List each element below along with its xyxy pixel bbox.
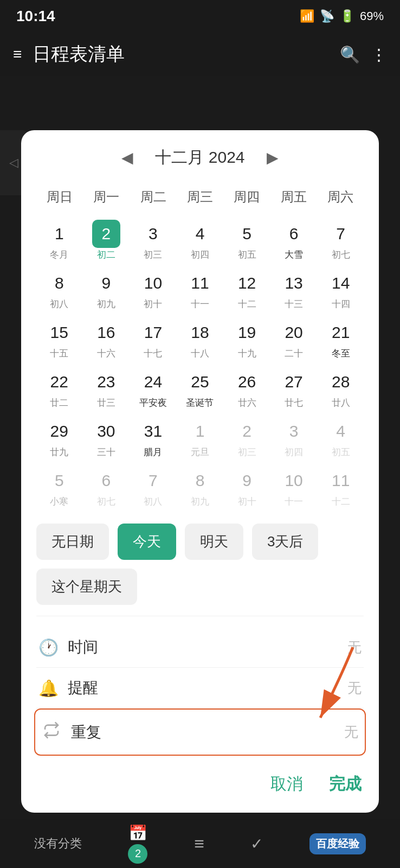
calendar-day-36[interactable]: 6初七 xyxy=(83,462,130,510)
calendar-day-0[interactable]: 1冬月 xyxy=(36,215,82,264)
calendar-nav-icon: 📅 xyxy=(128,824,147,842)
calendar-day-12[interactable]: 13十三 xyxy=(271,265,317,313)
month-nav: ◀ 十二月 2024 ▶ xyxy=(36,146,364,169)
calendar-day-28[interactable]: 29廿九 xyxy=(36,413,82,461)
calendar-day-17[interactable]: 18十八 xyxy=(177,314,223,362)
header-left: ≡ 日程表清单 xyxy=(13,42,125,67)
status-time: 10:14 xyxy=(16,8,55,25)
repeat-icon xyxy=(42,722,61,743)
no-date-button[interactable]: 无日期 xyxy=(36,524,109,560)
nav-list[interactable]: ≡ xyxy=(194,834,204,854)
action-buttons: 取消 完成 xyxy=(36,764,364,800)
modal-overlay: ◀ 十二月 2024 ▶ 周日 周一 周二 周三 周四 周五 周六 xyxy=(0,76,400,868)
calendar-day-22[interactable]: 23廿三 xyxy=(83,363,130,412)
calendar-day-9[interactable]: 10初十 xyxy=(130,265,176,313)
weekday-fri: 周五 xyxy=(270,184,317,210)
calendar-day-3[interactable]: 4初四 xyxy=(177,215,223,264)
calendar-day-20[interactable]: 21冬至 xyxy=(318,314,364,362)
calendar-day-19[interactable]: 20二十 xyxy=(271,314,317,362)
time-value: 无 xyxy=(347,638,362,657)
hamburger-icon[interactable]: ≡ xyxy=(13,46,22,63)
weekday-thu: 周四 xyxy=(223,184,270,210)
reminder-value: 无 xyxy=(347,679,362,698)
repeat-value: 无 xyxy=(344,723,358,742)
cancel-button[interactable]: 取消 xyxy=(268,769,305,800)
more-icon[interactable]: ⋮ xyxy=(371,45,387,64)
calendar-day-35[interactable]: 5小寒 xyxy=(36,462,82,510)
calendar-day-13[interactable]: 14十四 xyxy=(318,265,364,313)
calendar-day-16[interactable]: 17十七 xyxy=(130,314,176,362)
nav-check[interactable]: ✓ xyxy=(250,835,263,853)
calendar-day-10[interactable]: 11十一 xyxy=(177,265,223,313)
section-divider xyxy=(36,616,364,616)
calendar-day-25[interactable]: 26廿六 xyxy=(224,363,270,412)
bottom-nav: 没有分类 📅 2 ≡ ✓ 百度经验 xyxy=(0,819,400,868)
calendar-day-33[interactable]: 3初四 xyxy=(271,413,317,461)
calendar-day-14[interactable]: 15十五 xyxy=(36,314,82,362)
calendar-day-34[interactable]: 4初五 xyxy=(318,413,364,461)
calendar-day-18[interactable]: 19十九 xyxy=(224,314,270,362)
weekday-sat: 周六 xyxy=(317,184,364,210)
repeat-row[interactable]: 重复 无 xyxy=(40,712,360,752)
calendar-day-5[interactable]: 6大雪 xyxy=(271,215,317,264)
calendar-badge: 2 xyxy=(128,844,147,864)
check-nav-icon: ✓ xyxy=(250,835,263,853)
calendar-day-24[interactable]: 25圣诞节 xyxy=(177,363,223,412)
baidu-logo: 百度经验 xyxy=(309,833,366,854)
calendar-day-30[interactable]: 31腊月 xyxy=(130,413,176,461)
calendar-day-11[interactable]: 12十二 xyxy=(224,265,270,313)
repeat-label: 重复 xyxy=(71,722,344,743)
nav-baidu[interactable]: 百度经验 xyxy=(309,833,366,854)
calendar-day-40[interactable]: 10十一 xyxy=(271,462,317,510)
calendar-day-15[interactable]: 16十六 xyxy=(83,314,130,362)
calendar-day-27[interactable]: 28廿八 xyxy=(318,363,364,412)
tomorrow-button[interactable]: 明天 xyxy=(185,524,243,560)
three-days-button[interactable]: 3天后 xyxy=(252,524,318,560)
prev-month-button[interactable]: ◀ xyxy=(116,146,139,169)
reminder-label: 提醒 xyxy=(68,678,347,698)
confirm-button[interactable]: 完成 xyxy=(327,769,364,800)
calendar-day-31[interactable]: 1元旦 xyxy=(177,413,223,461)
calendar-day-2[interactable]: 3初三 xyxy=(130,215,176,264)
clock-icon: 🕐 xyxy=(38,638,58,657)
status-bar: 10:14 📶 📡 🔋 69% xyxy=(0,0,400,33)
quick-buttons: 无日期 今天 明天 3天后 xyxy=(36,524,364,560)
calendar-day-6[interactable]: 7初七 xyxy=(318,215,364,264)
calendar-day-39[interactable]: 9初十 xyxy=(224,462,270,510)
calendar-day-1[interactable]: 2初二 xyxy=(83,215,130,264)
next-month-button[interactable]: ▶ xyxy=(261,146,284,169)
sunday-row: 这个星期天 xyxy=(36,569,364,605)
calendar-day-8[interactable]: 9初九 xyxy=(83,265,130,313)
calendar-day-37[interactable]: 7初八 xyxy=(130,462,176,510)
calendar-day-41[interactable]: 11十二 xyxy=(318,462,364,510)
calendar-day-7[interactable]: 8初八 xyxy=(36,265,82,313)
today-button[interactable]: 今天 xyxy=(118,524,176,560)
calendar-header-row: 周日 周一 周二 周三 周四 周五 周六 xyxy=(36,184,364,210)
reminder-row[interactable]: 🔔 提醒 无 xyxy=(36,668,364,709)
weekday-mon: 周一 xyxy=(83,184,130,210)
calendar-day-23[interactable]: 24平安夜 xyxy=(130,363,176,412)
calendar-modal: ◀ 十二月 2024 ▶ 周日 周一 周二 周三 周四 周五 周六 xyxy=(21,130,379,813)
weekday-sun: 周日 xyxy=(36,184,83,210)
calendar-day-21[interactable]: 22廿二 xyxy=(36,363,82,412)
nav-no-category[interactable]: 没有分类 xyxy=(34,835,82,852)
signal-icon: 📶 xyxy=(300,9,314,23)
weekday-tue: 周二 xyxy=(130,184,177,210)
nav-calendar[interactable]: 📅 2 xyxy=(128,824,147,864)
search-icon[interactable]: 🔍 xyxy=(340,45,360,64)
repeat-row-wrapper: 重复 无 xyxy=(34,709,366,756)
calendar-day-29[interactable]: 30三十 xyxy=(83,413,130,461)
bg-content: ◁ ◀ 十二月 2024 ▶ 周日 周一 周二 周三 周四 周五 xyxy=(0,76,400,868)
time-row[interactable]: 🕐 时间 无 xyxy=(36,627,364,668)
calendar-day-26[interactable]: 27廿七 xyxy=(271,363,317,412)
time-label: 时间 xyxy=(68,637,347,658)
calendar-day-4[interactable]: 5初五 xyxy=(224,215,270,264)
battery-text: 69% xyxy=(360,9,384,23)
wifi-icon: 📡 xyxy=(320,9,334,23)
calendar-day-32[interactable]: 2初三 xyxy=(224,413,270,461)
this-sunday-button[interactable]: 这个星期天 xyxy=(36,569,137,605)
calendar-day-38[interactable]: 8初九 xyxy=(177,462,223,510)
battery-icon: 🔋 xyxy=(340,9,354,23)
header-right: 🔍 ⋮ xyxy=(340,45,387,64)
list-nav-icon: ≡ xyxy=(194,834,204,854)
